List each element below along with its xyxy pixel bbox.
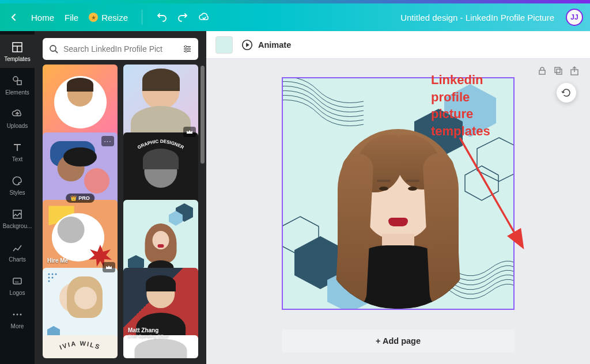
nav-elements[interactable]: Elements — [0, 68, 35, 101]
nav-uploads[interactable]: Uploads — [0, 101, 35, 135]
nav-label: Backgrou... — [3, 223, 32, 229]
logos-icon: co. — [10, 274, 24, 288]
template-thumbnail[interactable]: GRAPHIC DESIGNER — [123, 132, 198, 207]
uploads-icon — [10, 107, 24, 121]
nav-label: Templates — [4, 56, 31, 62]
svg-point-11 — [50, 46, 56, 51]
header-left-cluster: Home File ★ Resize — [7, 10, 210, 25]
more-icon — [10, 308, 24, 321]
template-thumbnail[interactable] — [43, 268, 118, 343]
search-icon — [48, 44, 59, 54]
divider — [142, 10, 142, 25]
templates-icon — [10, 40, 24, 54]
nav-background[interactable]: Backgrou... — [0, 202, 35, 235]
animate-button[interactable]: Animate — [241, 39, 291, 51]
crown-icon — [103, 262, 115, 272]
annotation-arrow — [442, 132, 529, 264]
search-input[interactable] — [63, 44, 177, 54]
svg-point-18 — [185, 50, 187, 52]
template-thumbnail[interactable]: IVIA WILS — [43, 335, 118, 358]
nav-more[interactable]: More — [0, 302, 35, 335]
charts-icon — [10, 241, 24, 255]
svg-marker-22 — [169, 211, 183, 226]
svg-rect-4 — [17, 81, 21, 85]
pro-badge: 👑 PRO — [66, 194, 94, 203]
search-box[interactable] — [43, 38, 198, 60]
cloud-sync-icon[interactable] — [198, 12, 210, 23]
animate-icon — [241, 39, 254, 51]
nav-label: Uploads — [7, 123, 28, 129]
template-text: Matt Zhang Chief Operating Officer — [128, 327, 169, 339]
svg-point-29 — [48, 280, 50, 282]
resize-button[interactable]: ★ Resize — [89, 13, 128, 22]
scrollbar-thumb[interactable] — [201, 66, 205, 164]
crown-icon — [183, 127, 196, 137]
nav-text[interactable]: Text — [0, 135, 35, 168]
template-thumbnail[interactable] — [123, 65, 198, 139]
styles-icon — [10, 174, 24, 188]
file-menu[interactable]: File — [65, 13, 78, 22]
svg-point-9 — [17, 314, 18, 316]
nav-label: Text — [12, 156, 22, 162]
templates-panel: ··· 👑 PRO GRAPHIC DESIGNER Hire Me — [35, 31, 206, 364]
template-thumbnail[interactable]: ··· 👑 PRO — [43, 132, 118, 207]
svg-point-26 — [55, 273, 57, 275]
user-avatar[interactable]: JJ — [566, 9, 583, 26]
svg-point-16 — [184, 46, 187, 48]
canvas-viewport — [206, 59, 590, 364]
template-thumbnail[interactable] — [43, 65, 118, 139]
template-thumbnail[interactable] — [123, 200, 198, 275]
elements-icon — [10, 74, 24, 88]
svg-point-10 — [20, 314, 22, 316]
wavy-lines-decoration — [282, 77, 364, 136]
canvas-toolbar: Animate — [206, 31, 590, 59]
nav-charts[interactable]: Charts — [0, 235, 35, 268]
background-color-swatch[interactable] — [215, 36, 233, 54]
back-icon[interactable] — [7, 10, 21, 24]
svg-rect-5 — [13, 210, 21, 218]
svg-point-25 — [52, 273, 54, 275]
svg-marker-43 — [282, 217, 319, 256]
nav-styles[interactable]: Styles — [0, 168, 35, 202]
nav-logos[interactable]: co. Logos — [0, 268, 35, 302]
templates-grid: ··· 👑 PRO GRAPHIC DESIGNER Hire Me — [35, 65, 206, 364]
nav-rail: Templates Elements Uploads Text Styles B… — [0, 31, 35, 364]
svg-point-8 — [13, 314, 15, 316]
app-header: Home File ★ Resize Untitled design - Lin… — [0, 3, 590, 31]
annotation-text: Linkedin profile picture templates — [431, 71, 490, 140]
svg-point-28 — [52, 276, 54, 278]
nav-label: Styles — [9, 189, 25, 196]
resize-label: Resize — [101, 13, 128, 22]
svg-point-27 — [48, 276, 50, 278]
svg-point-24 — [48, 273, 50, 275]
resize-crown-icon: ★ — [89, 13, 98, 22]
add-page-button[interactable]: + Add page — [282, 329, 515, 352]
svg-line-45 — [460, 138, 522, 246]
nav-label: More — [11, 323, 24, 329]
svg-text:co.: co. — [15, 280, 20, 283]
filter-icon[interactable] — [182, 44, 192, 54]
background-icon — [10, 207, 24, 221]
home-link[interactable]: Home — [31, 13, 54, 22]
svg-text:IVIA WILS: IVIA WILS — [59, 340, 102, 351]
svg-point-17 — [188, 48, 190, 50]
document-title[interactable]: Untitled design - LinkedIn Profile Pictu… — [400, 13, 554, 22]
nav-label: Elements — [5, 89, 29, 96]
template-text: Hire Me — [47, 257, 68, 264]
template-thumbnail[interactable]: Matt Zhang Chief Operating Officer — [123, 268, 198, 343]
template-thumbnail[interactable]: Hire Me — [43, 200, 118, 275]
nav-label: Logos — [9, 290, 25, 296]
canvas-area: Animate — [206, 31, 590, 364]
svg-line-12 — [55, 51, 58, 53]
header-icons-cluster — [156, 12, 210, 23]
text-icon — [10, 141, 24, 154]
undo-icon[interactable] — [156, 12, 168, 23]
animate-label: Animate — [258, 40, 291, 50]
redo-icon[interactable] — [177, 12, 188, 23]
nav-templates[interactable]: Templates — [0, 35, 35, 68]
more-icon[interactable]: ··· — [101, 136, 114, 146]
nav-label: Charts — [9, 256, 25, 263]
